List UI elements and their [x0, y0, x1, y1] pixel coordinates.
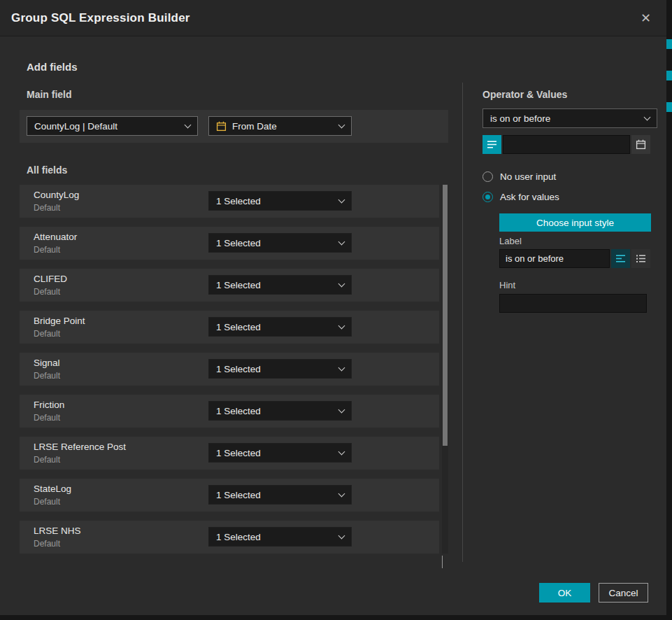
field-sublabel: Default — [34, 329, 60, 339]
chevron-down-icon — [338, 238, 345, 245]
operator-dropdown[interactable]: is on or before — [482, 108, 657, 128]
background-accent-mark — [666, 71, 672, 80]
ok-button[interactable]: OK — [539, 583, 590, 603]
list-icon — [487, 140, 497, 149]
chevron-down-icon — [338, 448, 345, 455]
value-list-button[interactable] — [482, 135, 501, 154]
ask-for-values-option[interactable]: Ask for values — [482, 192, 559, 202]
field-row: Attenuator Default 1 Selected — [20, 227, 439, 260]
layer-dropdown[interactable]: CountyLog | Default — [27, 116, 198, 136]
dropdown-value: 1 Selected — [216, 238, 261, 248]
field-name: Friction — [34, 400, 64, 410]
field-sublabel: Default — [34, 455, 60, 465]
background-accent-mark — [666, 102, 672, 112]
chevron-down-icon — [185, 121, 192, 128]
field-values-dropdown[interactable]: 1 Selected — [208, 401, 352, 421]
operator-dropdown-value: is on or before — [490, 113, 550, 124]
ask-for-values-label: Ask for values — [500, 192, 559, 202]
label-input-row — [499, 249, 650, 268]
main-field-dropdown-value: From Date — [232, 121, 277, 132]
main-field-label: Main field — [27, 89, 72, 100]
no-user-input-label: No user input — [500, 171, 556, 182]
operator-values-heading: Operator & Values — [482, 89, 567, 100]
dropdown-value: 1 Selected — [216, 448, 261, 458]
date-field-icon — [216, 121, 227, 132]
hint-input[interactable] — [499, 294, 647, 313]
chevron-down-icon — [338, 280, 345, 287]
field-values-dropdown[interactable]: 1 Selected — [208, 485, 352, 505]
field-row: StateLog Default 1 Selected — [20, 479, 439, 512]
field-values-dropdown[interactable]: 1 Selected — [208, 233, 352, 253]
field-row: Signal Default 1 Selected — [20, 353, 439, 386]
date-picker-button[interactable] — [631, 135, 650, 154]
field-sublabel: Default — [34, 245, 60, 255]
field-name: Attenuator — [34, 232, 77, 242]
field-name: StateLog — [34, 484, 71, 494]
field-name: CLIFED — [34, 274, 67, 284]
field-row: LRSE NHS Default 1 Selected — [20, 521, 439, 554]
field-values-dropdown[interactable]: 1 Selected — [208, 359, 352, 379]
close-icon[interactable]: ✕ — [636, 9, 655, 27]
multi-line-input-button[interactable] — [631, 249, 650, 268]
field-values-dropdown[interactable]: 1 Selected — [208, 191, 352, 211]
chevron-down-icon — [338, 364, 345, 371]
dropdown-value: 1 Selected — [216, 490, 261, 500]
dropdown-value: 1 Selected — [216, 322, 261, 332]
field-sublabel: Default — [34, 203, 60, 213]
field-name: LRSE Reference Post — [34, 442, 126, 452]
calendar-icon — [636, 139, 646, 150]
all-fields-label: All fields — [27, 164, 67, 176]
field-values-dropdown[interactable]: 1 Selected — [208, 443, 352, 463]
field-values-dropdown[interactable]: 1 Selected — [208, 275, 352, 295]
field-sublabel: Default — [34, 539, 60, 549]
choose-input-style-button[interactable]: Choose input style — [499, 213, 651, 232]
field-values-dropdown[interactable]: 1 Selected — [208, 527, 352, 547]
field-sublabel: Default — [34, 287, 60, 297]
chevron-down-icon — [338, 532, 345, 539]
field-sublabel: Default — [34, 497, 60, 507]
label-caption: Label — [499, 236, 522, 246]
all-fields-list: CountyLog Default 1 Selected Attenuator … — [20, 185, 439, 563]
dialog-title: Group SQL Expression Builder — [11, 11, 190, 25]
value-input[interactable] — [503, 135, 630, 154]
field-row: Friction Default 1 Selected — [20, 395, 439, 428]
field-row: CountyLog Default 1 Selected — [20, 185, 439, 218]
dialog-titlebar: Group SQL Expression Builder ✕ — [0, 0, 666, 36]
no-user-input-option[interactable]: No user input — [482, 171, 556, 182]
field-sublabel: Default — [34, 371, 60, 381]
chevron-down-icon — [338, 406, 345, 413]
value-input-row — [482, 135, 650, 154]
column-divider — [462, 83, 463, 562]
scroll-down-icon[interactable] — [442, 556, 449, 563]
field-row: Bridge Point Default 1 Selected — [20, 311, 439, 344]
background-app-edge — [666, 0, 672, 620]
dropdown-value: 1 Selected — [216, 364, 261, 374]
chevron-down-icon — [338, 490, 345, 497]
chevron-down-icon — [338, 322, 345, 329]
chevron-down-icon — [644, 113, 651, 120]
chevron-down-icon — [338, 196, 345, 203]
field-values-dropdown[interactable]: 1 Selected — [208, 317, 352, 337]
field-name: Bridge Point — [34, 316, 85, 326]
field-name: LRSE NHS — [34, 526, 81, 536]
dropdown-value: 1 Selected — [216, 532, 261, 542]
radio-unselected-icon[interactable] — [482, 171, 493, 182]
hint-caption: Hint — [499, 280, 515, 290]
layer-dropdown-value: CountyLog | Default — [34, 121, 117, 132]
group-sql-expression-builder-dialog: Group SQL Expression Builder ✕ Add field… — [0, 0, 666, 615]
field-sublabel: Default — [34, 413, 60, 423]
list-bullets-icon — [636, 254, 646, 263]
label-input[interactable] — [499, 249, 610, 268]
background-accent-mark — [666, 39, 672, 49]
dropdown-value: 1 Selected — [216, 406, 261, 416]
chevron-down-icon — [338, 121, 345, 128]
field-row: LRSE Reference Post Default 1 Selected — [20, 437, 439, 470]
cancel-button[interactable]: Cancel — [599, 583, 648, 603]
radio-selected-icon[interactable] — [482, 192, 493, 202]
single-line-input-button[interactable] — [611, 249, 630, 268]
scrollbar-thumb[interactable] — [443, 185, 448, 446]
main-field-dropdown[interactable]: From Date — [208, 116, 352, 136]
field-row: CLIFED Default 1 Selected — [20, 269, 439, 302]
dropdown-value: 1 Selected — [216, 196, 261, 206]
list-scrollbar[interactable] — [442, 185, 448, 554]
